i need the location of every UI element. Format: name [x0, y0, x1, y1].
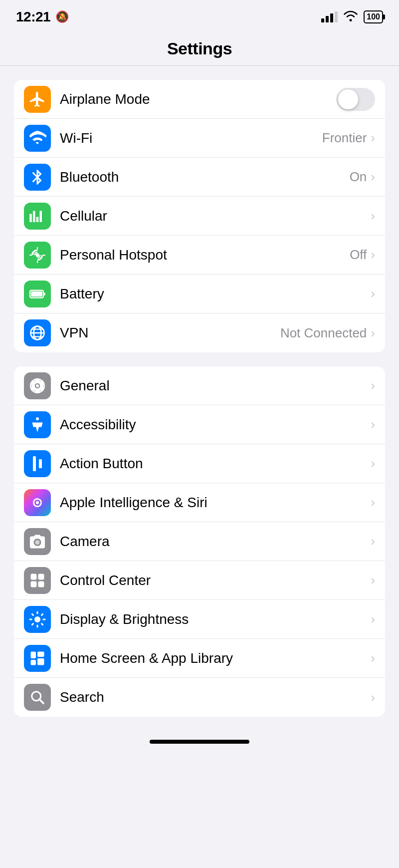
cellular-right: ›: [371, 208, 375, 224]
general-icon: [24, 372, 51, 399]
vpn-right: Not Connected ›: [280, 325, 375, 341]
row-display-brightness[interactable]: Display & Brightness ›: [14, 600, 385, 639]
hotspot-right: Off ›: [350, 247, 375, 263]
row-home-screen[interactable]: Home Screen & App Library ›: [14, 639, 385, 678]
row-search[interactable]: Search ›: [14, 678, 385, 717]
row-personal-hotspot[interactable]: Personal Hotspot Off ›: [14, 236, 385, 275]
search-content: Search ›: [60, 689, 375, 705]
svg-rect-17: [38, 581, 44, 587]
airplane-mode-toggle[interactable]: [336, 88, 375, 111]
airplane-mode-toggle-knob: [338, 89, 358, 109]
control-center-chevron: ›: [371, 573, 375, 588]
accessibility-right: ›: [371, 417, 375, 432]
cellular-content: Cellular ›: [60, 208, 375, 224]
airplane-mode-content: Airplane Mode: [60, 88, 375, 111]
bluetooth-label: Bluetooth: [60, 169, 119, 185]
svg-point-13: [35, 540, 40, 545]
vpn-label: VPN: [60, 325, 89, 341]
home-screen-chevron: ›: [371, 650, 375, 666]
wifi-right: Frontier ›: [322, 130, 375, 146]
hotspot-chevron: ›: [371, 247, 375, 263]
row-bluetooth[interactable]: Bluetooth On ›: [14, 158, 385, 197]
display-label: Display & Brightness: [60, 611, 189, 627]
svg-point-12: [36, 501, 39, 504]
section-system: General › Accessibility › Action Button …: [14, 366, 385, 717]
row-wifi[interactable]: Wi-Fi Frontier ›: [14, 119, 385, 158]
svg-point-10: [36, 417, 39, 420]
row-airplane-mode[interactable]: Airplane Mode: [14, 80, 385, 119]
row-accessibility[interactable]: Accessibility ›: [14, 405, 385, 444]
vpn-chevron: ›: [371, 325, 375, 341]
siri-content: Apple Intelligence & Siri ›: [60, 495, 375, 511]
svg-rect-14: [31, 574, 37, 579]
siri-icon: [24, 489, 51, 516]
bluetooth-content: Bluetooth On ›: [60, 169, 375, 185]
mute-icon: 🔕: [55, 10, 69, 23]
hotspot-value: Off: [350, 247, 367, 263]
wifi-icon: [343, 10, 359, 24]
general-label: General: [60, 378, 110, 394]
row-action-button[interactable]: Action Button ›: [14, 444, 385, 483]
row-camera[interactable]: Camera ›: [14, 522, 385, 561]
home-indicator: [0, 731, 399, 749]
general-right: ›: [371, 378, 375, 393]
row-cellular[interactable]: Cellular ›: [14, 197, 385, 236]
bluetooth-icon: [24, 164, 51, 191]
home-screen-content: Home Screen & App Library ›: [60, 650, 375, 666]
page-title: Settings: [0, 39, 399, 58]
camera-icon: [24, 528, 51, 555]
svg-rect-2: [43, 292, 45, 295]
control-center-label: Control Center: [60, 573, 151, 588]
wifi-settings-icon: [24, 125, 51, 152]
svg-rect-21: [37, 651, 44, 657]
svg-rect-19: [31, 651, 36, 658]
battery-right: ›: [371, 286, 375, 301]
row-control-center[interactable]: Control Center ›: [14, 561, 385, 600]
row-general[interactable]: General ›: [14, 366, 385, 405]
camera-content: Camera ›: [60, 534, 375, 550]
bluetooth-right: On ›: [350, 169, 375, 185]
svg-point-18: [34, 616, 40, 622]
camera-label: Camera: [60, 534, 110, 550]
accessibility-content: Accessibility ›: [60, 417, 375, 433]
control-center-content: Control Center ›: [60, 573, 375, 588]
row-battery[interactable]: Battery ›: [14, 275, 385, 313]
siri-label: Apple Intelligence & Siri: [60, 495, 207, 511]
accessibility-label: Accessibility: [60, 417, 136, 433]
vpn-content: VPN Not Connected ›: [60, 325, 375, 341]
action-button-right: ›: [371, 456, 375, 471]
display-right: ›: [371, 611, 375, 627]
accessibility-icon: [24, 411, 51, 438]
svg-point-0: [35, 253, 39, 257]
svg-rect-3: [31, 291, 42, 296]
svg-rect-22: [37, 658, 44, 665]
hotspot-icon: [24, 242, 51, 269]
airplane-mode-icon: [24, 86, 51, 113]
cellular-icon: [24, 203, 51, 230]
search-chevron: ›: [371, 690, 375, 705]
display-content: Display & Brightness ›: [60, 611, 375, 627]
general-chevron: ›: [371, 378, 375, 393]
action-button-label: Action Button: [60, 456, 143, 472]
svg-line-24: [39, 699, 43, 703]
section-connectivity: Airplane Mode Wi-Fi Frontier › Bluetooth…: [14, 80, 385, 352]
row-vpn[interactable]: VPN Not Connected ›: [14, 313, 385, 352]
camera-chevron: ›: [371, 534, 375, 549]
svg-rect-20: [31, 660, 36, 665]
status-icons: 100: [321, 10, 383, 24]
home-screen-icon: [24, 645, 51, 672]
status-bar: 12:21 🔕 100: [0, 0, 399, 30]
bluetooth-chevron: ›: [371, 169, 375, 185]
wifi-label: Wi-Fi: [60, 130, 92, 146]
search-settings-icon: [24, 684, 51, 711]
home-bar: [150, 740, 249, 744]
row-apple-intelligence[interactable]: Apple Intelligence & Siri ›: [14, 483, 385, 522]
signal-bars-icon: [321, 11, 338, 22]
bluetooth-value: On: [350, 169, 367, 185]
battery-settings-icon: [24, 281, 51, 307]
battery-content: Battery ›: [60, 286, 375, 302]
hotspot-label: Personal Hotspot: [60, 247, 167, 263]
battery-icon: 100: [364, 10, 383, 23]
svg-rect-15: [38, 574, 44, 579]
vpn-icon: [24, 319, 51, 346]
